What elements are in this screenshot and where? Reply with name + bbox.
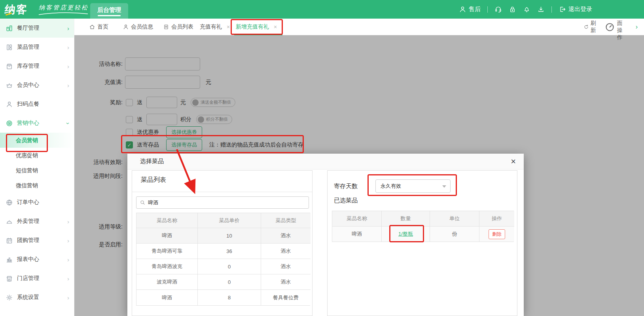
close-icon[interactable]: × [274, 24, 277, 30]
dish-search-input[interactable] [148, 200, 305, 206]
sidebar-subitem-sms-marketing[interactable]: 短信营销 [0, 163, 74, 178]
table-cell[interactable]: 0 [198, 259, 261, 274]
table-cell[interactable]: 啤酒 [136, 290, 198, 305]
sidebar-item-marketing-center[interactable]: 营销中心 › [0, 114, 74, 133]
tab-home[interactable]: 首页 [89, 19, 108, 35]
logout-button[interactable]: 退出登录 [559, 6, 592, 13]
marketing-icon [6, 120, 13, 127]
modal-header: 选择菜品 × [127, 154, 524, 169]
sidebar-item-dishes[interactable]: 菜品管理 › [0, 38, 74, 57]
table-cell[interactable]: 酒水 [261, 244, 311, 259]
sidebar-subitem-label: 微信营销 [16, 182, 38, 188]
chevron-right-icon[interactable]: › [636, 23, 638, 30]
column-header: 单位 [430, 211, 479, 227]
sidebar-item-order-center[interactable]: 订单中心 [0, 193, 74, 212]
table-cell[interactable]: 酒水 [261, 259, 311, 274]
tab-recharge-gift[interactable]: 充值有礼 × [200, 19, 230, 35]
tab-member-info[interactable]: 会员信息 [123, 19, 153, 35]
table-cell[interactable]: 8 [198, 290, 261, 305]
document-icon [163, 24, 169, 30]
dish-list-panel: 菜品列表 菜品名称 菜品单价 菜品类型 啤酒 10 酒水 青岛啤酒可靠 36 酒… [132, 170, 313, 316]
refresh-button[interactable]: 刷新 [583, 20, 596, 34]
tab-new-recharge-gift[interactable]: 新增充值有礼 × [236, 19, 277, 35]
orders-icon [6, 199, 13, 206]
sidebar-item-reports[interactable]: 报表中心 › [0, 250, 74, 269]
sidebar-item-label: 餐厅管理 [17, 25, 39, 32]
table-cell[interactable]: 酒水 [261, 228, 311, 244]
sidebar-item-scan-order[interactable]: 扫码点餐 [0, 95, 74, 114]
table-cell[interactable]: 青岛啤酒波克 [136, 259, 198, 274]
page: 纳客 纳客管店更轻松 后台管理 售后 退出登录 [0, 0, 644, 316]
sidebar-item-label: 外卖管理 [17, 218, 39, 225]
column-header: 菜品名称 [136, 213, 198, 228]
sidebar-subitem-promo[interactable]: 优惠促销 [0, 148, 74, 163]
sidebar-item-inventory[interactable]: 库存管理 › [0, 57, 74, 76]
sidebar-item-restaurant[interactable]: 餐厅管理 › [0, 19, 74, 38]
backend-management-tab[interactable]: 后台管理 [90, 3, 128, 19]
delete-button[interactable]: 删除 [489, 229, 505, 239]
chevron-right-icon: › [67, 63, 69, 69]
chevron-right-icon: › [67, 276, 69, 282]
table-cell[interactable]: 10 [198, 228, 261, 244]
chevron-right-icon: › [67, 238, 69, 244]
dish-list-title: 菜品列表 [132, 171, 312, 192]
quantity-link[interactable]: 1/整瓶 [398, 230, 413, 238]
dish-table: 菜品名称 菜品单价 菜品类型 啤酒 10 酒水 青岛啤酒可靠 36 酒水 青岛啤… [136, 213, 310, 306]
logout-label: 退出登录 [568, 6, 592, 13]
aftersale-button[interactable]: 售后 [459, 6, 481, 13]
chevron-down-icon: › [65, 122, 71, 124]
table-cell[interactable]: 0 [198, 274, 261, 290]
stores-icon [6, 275, 13, 282]
portal-tab-underline [98, 15, 121, 16]
dish-search-box [136, 196, 309, 209]
takeout-icon [6, 218, 13, 225]
chevron-right-icon: › [67, 219, 69, 225]
table-cell[interactable]: 波克啤酒 [136, 274, 198, 290]
table-cell: 啤酒 [332, 227, 382, 242]
scan-order-icon [6, 101, 13, 108]
user-icon [459, 6, 466, 13]
table-cell[interactable]: 酒水 [261, 274, 311, 290]
sidebar-item-label: 会员中心 [17, 82, 39, 89]
sidebar-item-label: 库存管理 [17, 63, 39, 70]
sidebar-item-label: 扫码点餐 [17, 101, 39, 108]
tabbar: 首页 会员信息 会员列表 充值有礼 × 新增充值有礼 × 刷新 页面操作 [74, 19, 644, 35]
column-header: 菜品类型 [261, 213, 311, 228]
column-header: 数量 [382, 211, 430, 227]
select-dish-modal: 选择菜品 × 菜品列表 菜品名称 菜品单价 菜品类型 啤酒 10 酒水 青岛啤酒… [127, 154, 524, 316]
sidebar-item-member-center[interactable]: 会员中心 › [0, 76, 74, 95]
sidebar-subitem-wechat-marketing[interactable]: 微信营销 [0, 178, 74, 193]
table-cell[interactable]: 餐具餐位费 [261, 290, 311, 305]
headset-icon[interactable] [494, 6, 502, 13]
tab-label: 会员列表 [171, 23, 193, 30]
bell-icon[interactable] [523, 6, 530, 13]
table-cell[interactable]: 青岛啤酒可靠 [136, 244, 198, 259]
column-header: 菜品单价 [198, 213, 261, 228]
deposit-days-value: 永久有效 [381, 183, 401, 190]
table-cell[interactable]: 啤酒 [136, 228, 198, 244]
sidebar-item-settings[interactable]: 系统设置 › [0, 288, 74, 307]
deposit-days-dropdown[interactable]: 永久有效 [375, 179, 451, 193]
sidebar: 餐厅管理 › 菜品管理 › 库存管理 › 会员中心 › 扫码点餐 营销中心 › … [0, 19, 74, 316]
chevron-right-icon: › [67, 25, 69, 31]
sidebar-item-groupbuy[interactable]: 团购管理 › [0, 231, 74, 250]
sidebar-item-label: 团购管理 [17, 237, 39, 244]
tab-member-list[interactable]: 会员列表 [163, 19, 193, 35]
brand-tagline: 纳客管店更轻松 [39, 4, 89, 11]
sidebar-subitem-member-marketing[interactable]: 会员营销 [0, 133, 74, 148]
download-icon[interactable] [537, 6, 545, 13]
close-icon[interactable]: × [511, 157, 516, 166]
inventory-icon [6, 63, 13, 70]
table-cell[interactable]: 36 [198, 244, 261, 259]
sidebar-item-takeout[interactable]: 外卖管理 › [0, 212, 74, 231]
tagline-swoosh [38, 12, 89, 16]
chevron-down-icon [442, 185, 446, 188]
sidebar-subitem-label: 短信营销 [16, 167, 38, 173]
lock-icon[interactable] [509, 6, 516, 13]
membership-icon [6, 82, 13, 89]
sidebar-item-stores[interactable]: 门店管理 › [0, 269, 74, 288]
selected-dishes-title: 已选菜品 [334, 197, 358, 204]
chevron-right-icon: › [67, 257, 69, 263]
close-icon[interactable]: × [227, 24, 230, 30]
selected-dish-table: 菜品名称 数量 单位 操作 啤酒 1/整瓶 份 删除 [332, 211, 514, 242]
